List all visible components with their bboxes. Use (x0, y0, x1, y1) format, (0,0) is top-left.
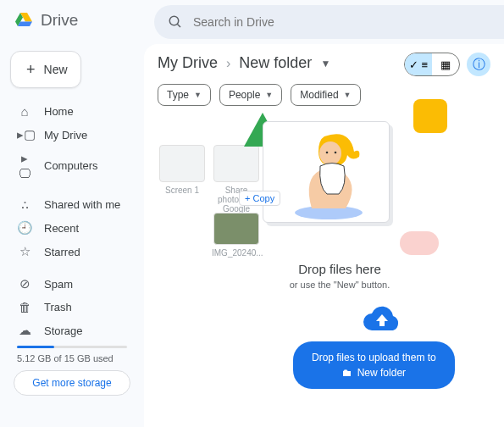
sidebar-item-label: Spam (44, 278, 73, 291)
sidebar-item-spam[interactable]: ⊘Spam (8, 272, 136, 296)
sidebar-item-label: Storage (44, 324, 83, 337)
sidebar-item-label: Trash (44, 301, 72, 313)
upload-pill-folder: New folder (357, 365, 406, 380)
sidebar-item-recent[interactable]: 🕘Recent (8, 216, 136, 240)
breadcrumb-root[interactable]: My Drive (158, 54, 218, 72)
recent-icon: 🕘 (17, 220, 32, 236)
svg-point-0 (169, 16, 179, 25)
filter-modified[interactable]: Modified▼ (291, 84, 360, 106)
search-bar[interactable] (154, 5, 504, 39)
plus-icon: + (26, 62, 36, 77)
new-button-label: New (44, 63, 68, 76)
svg-point-4 (326, 152, 329, 154)
breadcrumb-current[interactable]: New folder (239, 54, 312, 72)
copy-badge: + Copy (239, 191, 280, 206)
new-button[interactable]: + New (10, 51, 81, 88)
chevron-right-icon: › (226, 56, 230, 71)
caret-down-icon[interactable]: ▼ (320, 58, 330, 69)
caret-down-icon: ▼ (265, 91, 273, 99)
sidebar-item-label: Starred (44, 246, 80, 258)
ghost-label: Screen 1 (165, 186, 199, 195)
dropzone-subtitle: or use the "New" button. (268, 280, 412, 290)
app-name: Drive (41, 11, 78, 30)
drive-logo-icon (14, 10, 34, 30)
sidebar-item-shared[interactable]: ⛬Shared with me (8, 193, 136, 216)
sidebar-item-mydrive[interactable]: ▸▢My Drive (8, 123, 136, 147)
sidebar-item-starred[interactable]: ☆Starred (8, 240, 136, 263)
dropzone-text: Drop files here or use the "New" button. (268, 262, 412, 290)
person-illustration-icon (278, 128, 379, 221)
sidebar-item-label: Computers (44, 159, 98, 172)
search-icon (168, 14, 183, 30)
drag-ghost-file: Screen 1 (158, 145, 207, 195)
app-logo[interactable]: Drive (0, 10, 144, 30)
get-storage-button[interactable]: Get more storage (14, 370, 130, 396)
storage-bar (17, 346, 127, 348)
chip-label: Modified (300, 89, 338, 101)
upload-pill-button[interactable]: Drop files to upload them to 🖿New folder (293, 341, 455, 389)
main-content: My Drive › New folder ▼ ✓ ≡ ▦ ⓘ Type▼ Pe… (144, 44, 504, 427)
star-icon: ☆ (17, 244, 32, 259)
svg-line-1 (177, 24, 180, 27)
caret-down-icon: ▼ (194, 91, 202, 99)
sidebar-item-label: Recent (44, 222, 79, 235)
info-button[interactable]: ⓘ (467, 53, 490, 76)
drop-area[interactable]: Screen 1 Share photos on Google Drive 1 … (158, 128, 490, 427)
cloud-icon: ☁ (17, 323, 32, 338)
sidebar-item-computers[interactable]: ▸🖵Computers (8, 147, 136, 185)
trash-icon: 🗑 (17, 300, 32, 314)
spam-icon: ⊘ (17, 276, 32, 291)
search-input[interactable] (193, 15, 490, 29)
view-toggle: ✓ ≡ ▦ (404, 53, 460, 76)
list-view-button[interactable]: ✓ ≡ (405, 53, 432, 75)
shared-icon: ⛬ (17, 197, 32, 212)
caret-down-icon: ▼ (344, 91, 352, 99)
sidebar-item-trash[interactable]: 🗑Trash (8, 296, 136, 319)
svg-point-3 (319, 141, 341, 165)
filter-people[interactable]: People▼ (219, 84, 282, 106)
upload-pill-line1: Drop files to upload them to (312, 350, 436, 365)
folder-icon: 🖿 (342, 365, 352, 380)
grid-view-button[interactable]: ▦ (432, 53, 459, 75)
sidebar-item-home[interactable]: ⌂Home (8, 100, 136, 123)
sidebar-item-label: Shared with me (44, 198, 120, 211)
sidebar: + New ⌂Home ▸▢My Drive ▸🖵Computers ⛬Shar… (0, 41, 144, 427)
empty-state-illustration (239, 108, 408, 252)
storage-usage-text: 5.12 GB of 15 GB used (8, 352, 136, 369)
chip-label: People (229, 89, 260, 101)
computers-icon: ▸🖵 (17, 151, 32, 180)
home-icon: ⌂ (17, 104, 32, 119)
upload-cloud-icon[interactable] (363, 304, 402, 335)
dropzone-title: Drop files here (268, 262, 412, 276)
mydrive-icon: ▸▢ (17, 127, 32, 142)
chip-label: Type (167, 89, 189, 101)
sidebar-item-label: Home (44, 105, 74, 118)
filter-type[interactable]: Type▼ (158, 84, 211, 106)
view-controls: ✓ ≡ ▦ ⓘ (404, 53, 490, 76)
sidebar-item-label: My Drive (44, 129, 87, 141)
sidebar-item-storage[interactable]: ☁Storage (8, 319, 136, 342)
svg-point-5 (335, 152, 337, 154)
